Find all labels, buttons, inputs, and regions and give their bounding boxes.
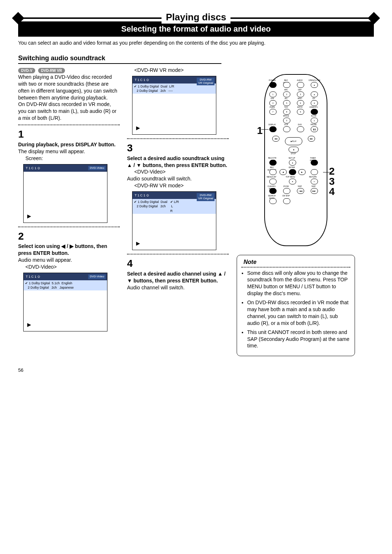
recmon-button[interactable] xyxy=(269,169,277,175)
stop-button[interactable]: ■ xyxy=(289,147,299,152)
arrow-left-button[interactable]: ◀ xyxy=(279,169,287,175)
label-videotv: VIDEO/TV xyxy=(309,106,319,109)
dvd-button[interactable] xyxy=(297,126,304,132)
key-0[interactable]: 0 xyxy=(283,118,290,123)
screen-info: T 1 C 1 ⊙ xyxy=(135,78,149,82)
play-button[interactable]: ▶ PLAY xyxy=(285,137,302,145)
step4-head: Select a desired audio channel using ▲ /… xyxy=(127,270,229,284)
right-side-button[interactable] xyxy=(311,169,318,175)
label-slow: SLOW xyxy=(309,115,319,117)
cmskip-button[interactable] xyxy=(283,198,290,204)
label-pqrs: PQRS xyxy=(267,106,277,109)
screen-display-dvdvideo: T 1 C 1 ⊙ 1:23:45 DVD-Video ▶ xyxy=(23,164,107,223)
zoom-button[interactable] xyxy=(283,188,290,194)
arrow-down-button[interactable]: ▼ xyxy=(289,179,296,184)
pause-button[interactable]: ❚❚ xyxy=(311,126,318,132)
key-7[interactable]: 7 xyxy=(269,109,277,115)
section-preamble: When playing a DVD-Video disc recorded w… xyxy=(18,74,120,122)
vr-tag-line2: VR Original xyxy=(198,197,213,200)
search-button[interactable] xyxy=(269,198,277,204)
power-button[interactable] xyxy=(269,82,277,88)
screen-vr-1: T 1 C 1 ⊙ 00:00:00 DVD-RW VR Original ✔ … xyxy=(132,76,216,135)
label-audio: AUDIO xyxy=(295,79,305,82)
column-middle: <DVD-RW VR mode> T 1 C 1 ⊙ 00:00:00 DVD-… xyxy=(127,67,229,356)
vcr-button[interactable] xyxy=(283,126,290,132)
key-5[interactable]: 5 xyxy=(283,100,290,106)
step1-number: 1 xyxy=(18,127,120,141)
label-zoom: ZOOM xyxy=(281,185,291,188)
ff-button[interactable]: ▶▶ xyxy=(308,136,315,142)
screen-list: ✔ 1 Dolby Digital Dual ✔ L/R 2 Dolby Dig… xyxy=(132,199,216,213)
step3-b1: <DVD-Video> xyxy=(134,168,229,175)
step3-head: Select a desired audio soundtrack using … xyxy=(127,155,229,169)
key-6[interactable]: 6 xyxy=(297,100,304,106)
return-button[interactable]: ↩ xyxy=(311,179,318,184)
lead-line-r xyxy=(323,172,330,172)
divider xyxy=(18,125,120,125)
slow-button[interactable]: ▸ xyxy=(311,118,318,123)
play-label: PLAY xyxy=(292,140,297,143)
remote-diagram: POWER REC SPEED AUDIO OPEN/CLOSE ▲ ABC D… xyxy=(264,74,327,246)
display-button[interactable] xyxy=(269,126,277,132)
page-number: 56 xyxy=(18,367,374,374)
rec-button[interactable] xyxy=(269,160,277,166)
ch-down[interactable]: ▼ xyxy=(311,100,318,106)
rew-button[interactable]: ◀◀ xyxy=(272,136,279,142)
screen-info: T 1 C 1 ⊙ xyxy=(26,274,40,279)
label-topmenu: TOP MENU xyxy=(285,176,295,178)
label-enter: ENTER xyxy=(287,166,297,169)
skipfwd-button[interactable]: ▶▶| xyxy=(311,188,318,194)
step2-head: Select icon using ◀ / ▶ buttons, then pr… xyxy=(18,243,120,257)
label-mno: MNO xyxy=(295,97,305,100)
note-item: Some discs will only allow you to change… xyxy=(247,270,350,297)
key-4[interactable]: 4 xyxy=(269,100,277,106)
remote-lead-2: 2 xyxy=(329,166,335,176)
column-right: POWER REC SPEED AUDIO OPEN/CLOSE ▲ ABC D… xyxy=(236,67,356,356)
label-stop: STOP xyxy=(288,152,298,155)
step3-b2: Audio soundtrack will switch. xyxy=(127,175,229,182)
key-8[interactable]: 8 xyxy=(283,109,290,115)
divider xyxy=(127,254,229,254)
audio-button[interactable] xyxy=(297,82,304,88)
key-2[interactable]: 2 xyxy=(283,91,290,97)
label-setup: SET UP xyxy=(287,157,297,159)
badge-dvd-rw: DVD-RW VR xyxy=(38,68,65,74)
ch-up[interactable]: ▲ xyxy=(311,91,318,97)
label-return: RETURN xyxy=(308,176,318,178)
key-9[interactable]: 9 xyxy=(297,109,304,115)
key-3[interactable]: 3 xyxy=(297,91,304,97)
note-item: This unit CANNOT record in both stereo a… xyxy=(247,329,350,350)
step1-body: The display menu will appear. xyxy=(18,148,120,155)
page-subtitle: Selecting the format of audio and video xyxy=(18,21,374,37)
vr-tag-line1: DVD-RW xyxy=(200,78,212,81)
timer-button[interactable] xyxy=(311,160,318,166)
lead-line-1 xyxy=(261,129,269,130)
recspeed-button[interactable] xyxy=(283,82,290,88)
label-power: POWER xyxy=(267,79,277,82)
screen-tag-dvdvideo: DVD-Video xyxy=(88,166,106,171)
label-ghi: GHI xyxy=(267,97,277,100)
badge-dvd-v: DVD-V xyxy=(18,68,35,74)
note-heading: Note xyxy=(241,258,259,266)
screen-info: T 1 C 1 ⊙ xyxy=(135,193,149,197)
column-left: DVD-V DVD-RW VR When playing a DVD-Video… xyxy=(18,67,120,356)
vr-tag-line2: VR Original xyxy=(198,81,213,85)
label-dvd: DVD xyxy=(295,123,305,126)
menulist-button[interactable] xyxy=(269,179,277,184)
label-skip2: SKIP xyxy=(309,185,319,188)
screen-info: T 1 C 1 ⊙ xyxy=(26,166,40,170)
videotv-button[interactable] xyxy=(311,109,318,115)
clear-button[interactable] xyxy=(269,188,277,194)
screen-tag-vr: DVD-RW VR Original xyxy=(197,193,215,201)
vr-tag-line1: DVD-RW xyxy=(200,194,212,197)
key-1[interactable]: 1 xyxy=(269,91,277,97)
skipback-button[interactable]: |◀◀ xyxy=(297,188,304,194)
openclose-button[interactable]: ▲ xyxy=(311,82,318,88)
label-wxyz: WXYZ xyxy=(295,106,305,109)
label-def: DEF xyxy=(295,89,305,91)
enter-button[interactable] xyxy=(289,169,296,175)
arrow-right-button[interactable]: ▶ xyxy=(298,169,306,175)
label-cmskip: CM SKIP xyxy=(281,195,291,197)
label-abc: ABC xyxy=(281,89,291,91)
arrow-up-button[interactable]: ▲ xyxy=(289,160,296,166)
